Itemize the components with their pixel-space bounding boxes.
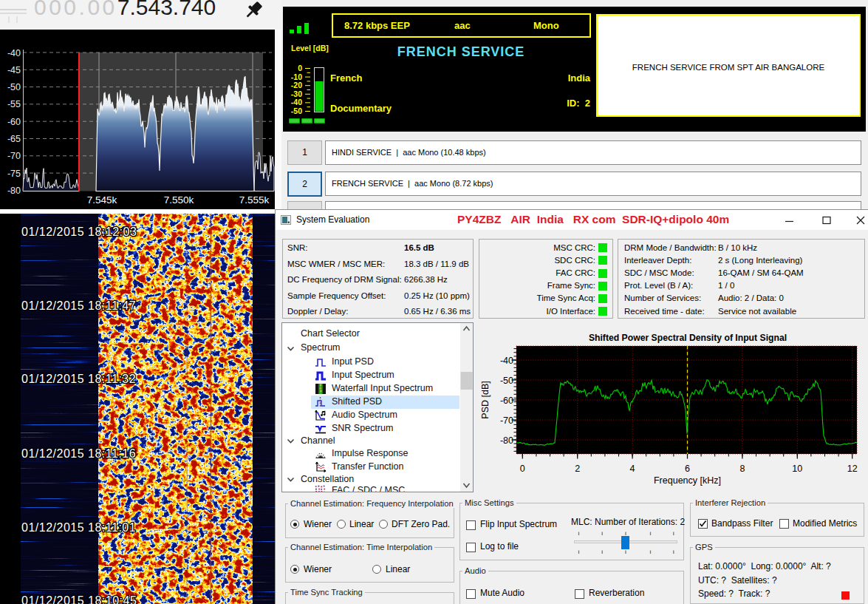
svg-text:-50: -50	[500, 376, 513, 386]
svg-text:-50: -50	[7, 82, 21, 92]
svg-text:10: 10	[792, 464, 802, 474]
svg-text:PSD [dB]: PSD [dB]	[480, 381, 491, 418]
svg-text:-65: -65	[7, 134, 21, 144]
svg-text:-50: -50	[291, 106, 302, 115]
svg-text:01/12/2015 18:10:45: 01/12/2015 18:10:45	[21, 594, 137, 604]
svg-text:01/12/2015 18:12:03: 01/12/2015 18:12:03	[21, 225, 137, 238]
svg-text:-80: -80	[500, 435, 513, 446]
svg-text:-55: -55	[7, 99, 21, 109]
svg-text:-40: -40	[7, 48, 21, 58]
svg-text:-30: -30	[291, 89, 302, 98]
svg-text:01/12/2015 18:11:16: 01/12/2015 18:11:16	[21, 447, 136, 460]
svg-text:-70: -70	[500, 415, 513, 426]
svg-text:4: 4	[630, 464, 635, 474]
svg-text:-40: -40	[291, 98, 302, 106]
svg-text:-20: -20	[291, 81, 302, 89]
svg-text:01/12/2015 18:11:01: 01/12/2015 18:11:01	[21, 521, 136, 534]
svg-text:-60: -60	[7, 117, 21, 127]
svg-text:8: 8	[739, 464, 745, 474]
svg-text:2: 2	[575, 464, 580, 474]
svg-text:0: 0	[298, 64, 302, 72]
svg-text:7.545k: 7.545k	[87, 194, 117, 206]
svg-text:-70: -70	[7, 151, 21, 161]
svg-text:-80: -80	[7, 186, 21, 196]
svg-text:0: 0	[520, 464, 525, 474]
svg-text:Frequency [kHz]: Frequency [kHz]	[654, 475, 721, 486]
svg-text:6: 6	[685, 464, 690, 474]
svg-text:7.550k: 7.550k	[164, 194, 194, 206]
svg-text:-60: -60	[500, 396, 513, 406]
svg-text:-10: -10	[291, 72, 302, 81]
svg-text:-75: -75	[7, 169, 21, 179]
svg-text:01/12/2015 18:11:47: 01/12/2015 18:11:47	[21, 299, 136, 312]
svg-text:-40: -40	[500, 356, 513, 366]
svg-text:7.555k: 7.555k	[239, 194, 270, 206]
svg-text:01/12/2015 18:11:32: 01/12/2015 18:11:32	[21, 373, 136, 385]
svg-text:Shifted Power Spectral Density: Shifted Power Spectral Density of Input …	[589, 333, 787, 343]
svg-text:-45: -45	[7, 65, 21, 75]
svg-text:12: 12	[847, 464, 858, 474]
